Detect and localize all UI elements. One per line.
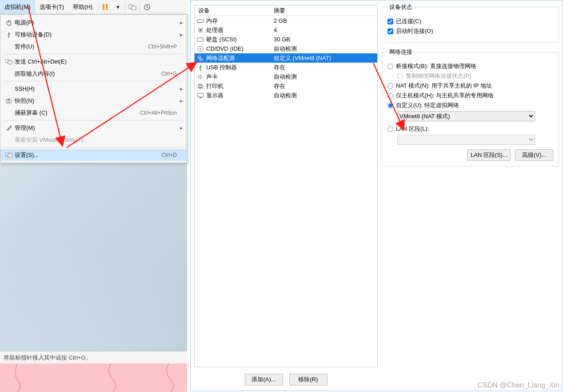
device-row-2[interactable]: 硬盘 (SCSI)30 GB [195, 35, 377, 44]
pause-vm-button[interactable] [99, 0, 112, 14]
connected-checkbox-input[interactable] [387, 19, 393, 24]
device-summary: 自动检测 [274, 92, 377, 100]
device-summary: 自动检测 [274, 73, 377, 81]
connect-at-poweron-input[interactable] [387, 28, 393, 34]
svg-point-13 [10, 125, 11, 126]
device-summary: 自定义 (VMnet8 (NAT) [274, 54, 377, 62]
device-name: 处理器 [206, 26, 274, 34]
device-row-6[interactable]: 声卡自动检测 [195, 72, 377, 81]
lan-segment-radio[interactable]: LAN 区段(L): [387, 125, 553, 133]
device-list-header: 设备 摘要 [195, 5, 377, 16]
svg-rect-0 [103, 4, 104, 10]
device-name: 硬盘 (SCSI) [206, 36, 274, 44]
usb-ctrl-icon [195, 64, 206, 71]
svg-rect-1 [106, 4, 108, 10]
device-summary: 自动检测 [274, 45, 377, 53]
menubar-item-0[interactable]: 虚拟机(M) [0, 0, 35, 14]
device-summary: 2 GB [274, 17, 377, 24]
custom-network-select[interactable]: VMnet8 (NAT 模式) [397, 111, 535, 121]
menu-item-5[interactable]: 抓取输入内容(I)Ctrl+G [0, 68, 187, 80]
menubar-item-1[interactable]: 选项卡(T) [35, 0, 69, 14]
device-row-3[interactable]: CD/DVD (IDE)自动检测 [195, 44, 377, 53]
pause-menu-button[interactable]: ▾ [112, 0, 124, 14]
menu-item-2[interactable]: 暂停(U)Ctrl+Shift+P [0, 40, 187, 52]
hardware-device-list[interactable]: 设备 摘要 内存2 GB处理器4硬盘 (SCSI)30 GBCD/DVD (ID… [194, 5, 378, 367]
hostonly-radio[interactable]: 仅主机模式(H): 与主机共享的专用网络 [387, 92, 553, 100]
menu-item-9[interactable]: 捕获屏幕 (C)Ctrl+Alt+PrtScn [0, 107, 187, 119]
device-row-8[interactable]: 显示器自动检测 [195, 91, 377, 100]
device-row-4[interactable]: 网络适配器自定义 (VMnet8 (NAT) [195, 53, 377, 63]
menu-item-8[interactable]: 快照(N)▸ [0, 95, 187, 107]
main-menubar: 虚拟机(M)选项卡(T)帮助(H) ▾ [0, 0, 187, 14]
svg-rect-33 [197, 93, 204, 97]
svg-rect-15 [8, 154, 12, 157]
nat-radio[interactable]: NAT 模式(N): 用于共享主机的 IP 地址 [387, 82, 553, 90]
menu-item-label: 重新安装 VMware Tools(T)... [15, 136, 177, 144]
header-device: 设备 [195, 7, 274, 15]
svg-point-24 [202, 39, 203, 40]
device-status-legend: 设备状态 [387, 3, 414, 11]
svg-rect-28 [200, 59, 203, 60]
bridged-radio[interactable]: 桥接模式(B): 直接连接物理网络 [387, 62, 553, 70]
connect-at-poweron-checkbox[interactable]: 启动时连接(O) [387, 27, 553, 35]
device-status-group: 设备状态 已连接(C) 启动时连接(O) [382, 3, 559, 43]
disc-icon [195, 46, 206, 52]
device-name: 内存 [206, 17, 274, 25]
device-name: 打印机 [206, 82, 274, 90]
svg-point-7 [8, 36, 9, 37]
menu-item-label: 暂停(U) [15, 43, 148, 51]
menubar-item-2[interactable]: 帮助(H) [68, 0, 97, 14]
device-summary: 存在 [274, 82, 377, 90]
device-name: CD/DVD (IDE) [206, 45, 274, 52]
send-keys-icon [3, 59, 15, 64]
svg-rect-27 [198, 56, 200, 58]
menu-item-11[interactable]: 管理(M)▸ [0, 122, 187, 134]
hdd-icon [195, 37, 206, 42]
printer-icon [195, 84, 206, 89]
send-keys-button[interactable] [126, 0, 139, 14]
svg-rect-3 [132, 6, 136, 10]
device-summary: 30 GB [274, 36, 377, 43]
svg-rect-9 [8, 61, 12, 64]
device-name: 声卡 [206, 73, 274, 81]
usb-icon [3, 32, 15, 38]
settings-icon [3, 152, 15, 158]
snapshot-icon [3, 98, 15, 104]
menu-item-0[interactable]: 电源(P)▸ [0, 16, 187, 28]
menu-item-14[interactable]: 设置(S)...Ctrl+D [0, 149, 187, 161]
menu-item-label: 可移动设备(D) [15, 31, 177, 39]
custom-radio[interactable]: 自定义(U): 特定虚拟网络 [387, 101, 553, 109]
network-icon [195, 55, 206, 61]
remove-hardware-button[interactable]: 移除(R) [289, 374, 327, 385]
device-row-5[interactable]: USB 控制器存在 [195, 63, 377, 72]
memory-icon [195, 18, 206, 24]
network-connection-group: 网络连接 桥接模式(B): 直接连接物理网络 复制物理网络连接状态(P) NAT… [382, 48, 559, 167]
add-hardware-button[interactable]: 添加(A)... [245, 374, 283, 385]
network-connection-legend: 网络连接 [387, 48, 414, 56]
menu-item-1[interactable]: 可移动设备(D)▸ [0, 28, 187, 40]
device-row-0[interactable]: 内存2 GB [195, 16, 377, 25]
connected-checkbox[interactable]: 已连接(C) [387, 17, 553, 25]
lan-segment-select [397, 135, 535, 145]
menu-item-label: 设置(S)... [15, 151, 162, 159]
device-row-1[interactable]: 处理器4 [195, 25, 377, 35]
snapshot-tool-button[interactable] [141, 0, 153, 14]
background-strip [0, 364, 187, 392]
lan-segments-button[interactable]: LAN 区段(S)... [467, 149, 511, 161]
display-icon [195, 93, 206, 98]
menu-item-4[interactable]: 发送 Ctrl+Alt+Del(E) [0, 56, 187, 68]
device-name: 显示器 [206, 92, 274, 100]
device-row-7[interactable]: 打印机存在 [195, 81, 377, 91]
menu-item-label: 快照(N) [15, 97, 177, 105]
svg-rect-16 [197, 20, 204, 22]
device-name: USB 控制器 [206, 64, 274, 72]
vm-menu-dropdown: 电源(P)▸可移动设备(D)▸暂停(U)Ctrl+Shift+P发送 Ctrl+… [0, 14, 187, 163]
menu-item-label: SSH(H) [15, 85, 177, 92]
cpu-icon [195, 27, 206, 33]
menu-item-7[interactable]: SSH(H)▸ [0, 83, 187, 95]
advanced-button[interactable]: 高级(V)... [515, 149, 553, 161]
svg-point-26 [200, 48, 201, 49]
svg-point-29 [200, 69, 201, 70]
svg-rect-31 [199, 84, 202, 85]
manage-icon [3, 125, 15, 131]
